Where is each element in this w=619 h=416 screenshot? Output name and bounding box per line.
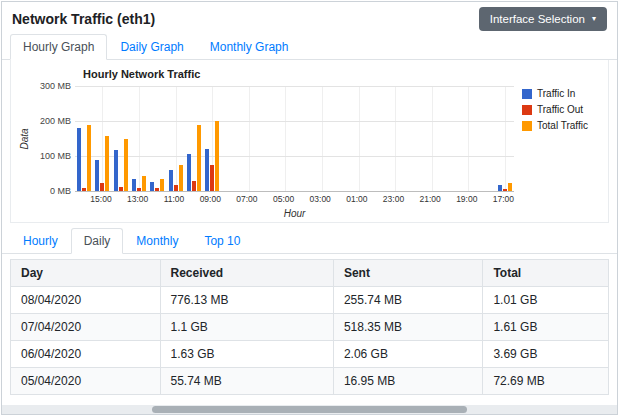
table-cell: 1.1 GB [160,314,333,341]
bar-group [478,86,496,191]
x-tick-label: 01:00 [346,194,367,205]
bar-traffic-out [174,185,178,191]
x-tick-label [148,194,163,205]
table-cell: 06/04/2020 [11,341,161,368]
table-cell: 518.35 MB [333,314,483,341]
tab-top-10[interactable]: Top 10 [191,228,253,254]
bar-group [295,86,313,191]
table-cell: 55.74 MB [160,368,333,395]
col-header-sent: Sent [333,260,483,287]
gridline-vertical [322,86,323,191]
table-cell: 1.63 GB [160,341,333,368]
col-header-total: Total [483,260,609,287]
bar-group [203,86,221,191]
gridline-vertical [432,86,433,191]
table-cell: 16.95 MB [333,368,483,395]
x-tick-label: 05:00 [273,194,294,205]
bar-group [459,86,477,191]
gridline [75,86,514,87]
y-tick-label: 200 MB [40,116,71,126]
bar-total-traffic [197,125,201,192]
col-header-received: Received [160,260,333,287]
interface-selection-button[interactable]: Interface Selection ▾ [479,7,607,31]
x-tick-label: 03:00 [310,194,331,205]
x-tick-label [367,194,382,205]
bar-chart: Data 300 MB200 MB100 MB0 MB 15:0013:0011… [17,86,602,219]
legend-label: Total Traffic [537,120,588,131]
bar-traffic-out [155,188,159,191]
bar-total-traffic [105,136,109,191]
y-axis-ticks: 300 MB200 MB100 MB0 MB [31,86,75,191]
table-row: 05/04/202055.74 MB16.95 MB72.69 MB [11,368,609,395]
bar-groups [75,86,514,191]
gridline [75,156,514,157]
bar-group [240,86,258,191]
x-tick-label [441,194,456,205]
bar-traffic-out [100,183,104,191]
legend-label: Traffic Out [537,104,583,115]
bar-total-traffic [142,176,146,191]
x-tick-label [184,194,199,205]
interface-selection-label: Interface Selection [490,13,585,25]
bar-traffic-out [119,187,123,191]
x-tick-label [404,194,419,205]
bar-traffic-out [82,188,86,191]
y-tick-label: 100 MB [40,151,71,161]
legend-item-total-traffic: Total Traffic [522,120,602,131]
x-tick-label: 19:00 [456,194,477,205]
tab-monthly[interactable]: Monthly [123,228,191,254]
bar-group [258,86,276,191]
gridline-vertical [139,86,140,191]
gridline-vertical [176,86,177,191]
table-cell: 07/04/2020 [11,314,161,341]
table-cell: 1.61 GB [483,314,609,341]
bar-total-traffic [215,121,219,191]
bar-traffic-in [169,170,173,191]
x-tick-label: 11:00 [164,194,185,205]
x-tick-label [294,194,309,205]
bar-group [386,86,404,191]
bar-traffic-in [187,154,191,191]
gridline-vertical [505,86,506,191]
bar-traffic-out [192,181,196,192]
bar-traffic-out [137,188,141,192]
x-tick-label: 13:00 [127,194,148,205]
daily-traffic-table-wrap: Day Received Sent Total 08/04/2020776.13… [10,259,609,395]
x-tick-label [221,194,236,205]
horizontal-scrollbar[interactable] [2,405,617,414]
tab-daily[interactable]: Daily [71,228,124,254]
x-tick-label [112,194,127,205]
tab-monthly-graph[interactable]: Monthly Graph [197,34,302,60]
x-tick-label: 21:00 [419,194,440,205]
legend-swatch [522,121,532,131]
graph-tabs: Hourly Graph Daily Graph Monthly Graph [2,34,617,60]
gridline-vertical [102,86,103,191]
x-tick-label: 23:00 [383,194,404,205]
table-tabs: Hourly Daily Monthly Top 10 [2,228,617,254]
legend-item-traffic-in: Traffic In [522,88,602,99]
bar-group [313,86,331,191]
x-tick-label: 17:00 [493,194,514,205]
bar-traffic-in [498,185,502,191]
table-cell: 776.13 MB [160,287,333,314]
tab-daily-graph[interactable]: Daily Graph [107,34,196,60]
bar-group [75,86,93,191]
bar-total-traffic [179,165,183,191]
chevron-down-icon: ▾ [592,15,596,23]
tab-hourly[interactable]: Hourly [10,228,71,254]
bar-total-traffic [160,179,164,191]
scrollbar-thumb[interactable] [152,406,467,413]
page-title: Network Traffic (eth1) [12,11,155,27]
x-tick-label: 09:00 [200,194,221,205]
bar-group [221,86,239,191]
bar-group [331,86,349,191]
gridline-vertical [285,86,286,191]
x-tick-label [75,194,90,205]
y-axis-title: Data [19,128,30,149]
table-cell: 1.01 GB [483,287,609,314]
table-cell: 3.69 GB [483,341,609,368]
gridline-vertical [359,86,360,191]
legend-label: Traffic In [537,88,575,99]
bar-group [185,86,203,191]
tab-hourly-graph[interactable]: Hourly Graph [10,34,107,60]
